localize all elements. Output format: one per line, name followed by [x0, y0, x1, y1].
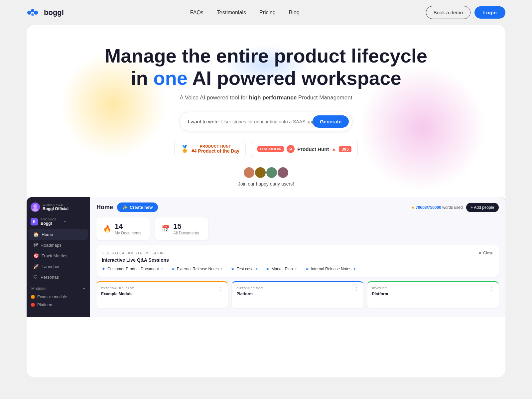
- card-feature: FEATURE ⋮ Platform: [367, 281, 499, 308]
- add-customer-doc-button[interactable]: +: [161, 267, 163, 271]
- close-icon: ✕: [478, 251, 482, 255]
- hero-subtitle: A Voice AI powered tool for high perform…: [40, 94, 492, 101]
- all-docs-label: All Documents: [173, 231, 199, 235]
- star-icon: ★: [305, 267, 309, 271]
- avatar-4: [277, 167, 289, 179]
- card-more-icon-0[interactable]: ⋮: [218, 286, 223, 292]
- ai-panel: GENERATE AI DOCS FROM FEATURE ✕ Close In…: [96, 245, 499, 277]
- svg-point-1: [31, 9, 34, 12]
- add-internal-release-button[interactable]: +: [353, 267, 356, 271]
- generate-input[interactable]: [221, 119, 313, 124]
- hero-headline: Manage the entire product lifecycle in o…: [40, 45, 492, 89]
- hero-section: Manage the entire product lifecycle in o…: [40, 45, 492, 187]
- avatars-row: [40, 167, 492, 179]
- stat-card-all-docs: 📅 15 All Documents: [155, 217, 208, 240]
- nav-pricing[interactable]: Pricing: [259, 10, 276, 15]
- badge2-name: Product Hunt: [297, 146, 329, 152]
- modules-header: Modules +: [27, 282, 90, 293]
- card-more-icon-2[interactable]: ⋮: [489, 286, 494, 292]
- add-external-doc-button[interactable]: +: [221, 267, 223, 271]
- home-icon: 🏠: [33, 232, 39, 237]
- card-more-icon-1[interactable]: ⋮: [354, 286, 359, 292]
- avatar-2: [254, 167, 266, 179]
- sidebar-item-roadmaps[interactable]: 🗺 Roadmaps: [29, 240, 88, 250]
- sidebar-nav: 🏠 Home 🗺 Roadmaps 🎯 Track Metrics 🚀 Laun…: [27, 229, 90, 282]
- star-icon: ★: [102, 267, 105, 271]
- app-topbar-left: Home ✨ Create new: [96, 202, 158, 212]
- stats-row: 🔥 14 My Documents 📅 15 All Documents: [96, 217, 499, 240]
- product-actions: ··· +: [59, 219, 66, 224]
- card-type-0: EXTERNAL RELEASE: [101, 287, 134, 290]
- ai-panel-title: Interactive Live Q&A Sessions: [102, 257, 493, 263]
- workspace-avatar: [31, 202, 40, 212]
- workspace-info: WORKSPACE Boggl Official: [27, 202, 90, 216]
- generate-button[interactable]: Generate: [313, 115, 349, 128]
- card-name-2: Platform: [372, 292, 494, 296]
- svg-point-0: [27, 11, 31, 15]
- sidebar-item-home[interactable]: 🏠 Home: [29, 229, 88, 240]
- nav-blog[interactable]: Blog: [289, 10, 300, 15]
- module-item-platform[interactable]: Platform: [27, 301, 90, 309]
- logo-icon: [27, 8, 41, 17]
- sidebar-item-track-metrics[interactable]: 🎯 Track Metrics: [29, 250, 88, 261]
- nav-faqs[interactable]: FAQs: [190, 10, 203, 15]
- module-item-example[interactable]: Example module: [27, 293, 90, 301]
- login-button[interactable]: Login: [474, 6, 505, 19]
- add-people-button[interactable]: + Add people: [466, 203, 499, 212]
- sparkle-icon: ✨: [122, 205, 128, 210]
- more-icon[interactable]: ···: [59, 219, 63, 224]
- add-icon[interactable]: +: [64, 219, 66, 224]
- book-demo-button[interactable]: Book a demo: [426, 6, 470, 19]
- star-icon: ★: [171, 267, 175, 271]
- app-topbar-right: ★ 78608/750000 words used + Add people: [411, 203, 499, 212]
- star-icon: ★: [266, 267, 270, 271]
- ai-doc-test-case: ★ Test case +: [231, 267, 258, 271]
- avatar-1: [243, 167, 255, 179]
- card-external-release: EXTERNAL RELEASE ⋮ Example Module: [96, 281, 228, 308]
- product-name: PRODUCT Boggl: [41, 218, 57, 226]
- all-docs-count: 15: [173, 222, 199, 231]
- card-type-2: FEATURE: [372, 287, 387, 290]
- stat-card-my-docs: 🔥 14 My Documents: [96, 217, 150, 240]
- sidebar-item-personas[interactable]: 🛡 Personas: [29, 272, 88, 282]
- nav-testimonials[interactable]: Testimonials: [217, 10, 246, 15]
- ph-logo: P: [287, 145, 295, 153]
- app-preview: WORKSPACE Boggl Official B PRODUCT Boggl…: [27, 197, 505, 317]
- ai-panel-label: GENERATE AI DOCS FROM FEATURE: [102, 251, 166, 255]
- card-name-0: Example Module: [101, 292, 223, 296]
- roadmaps-icon: 🗺: [33, 242, 38, 248]
- svg-point-2: [34, 11, 38, 15]
- sidebar-item-launcher[interactable]: 🚀 Launcher: [29, 261, 88, 272]
- create-new-button[interactable]: ✨ Create new: [117, 202, 158, 212]
- page-title: Home: [96, 204, 113, 211]
- nav-links: FAQs Testimonials Pricing Blog: [190, 10, 300, 16]
- avatar-3: [266, 167, 278, 179]
- personas-icon: 🛡: [33, 274, 38, 280]
- svg-point-5: [32, 208, 38, 211]
- badge2-count: 395: [339, 146, 351, 152]
- ai-doc-external-release: ★ External Release Notes +: [171, 267, 223, 271]
- module-dot-red: [31, 303, 35, 307]
- badge1-rank: #4 Product of the Day: [192, 148, 239, 154]
- add-market-plan-button[interactable]: +: [295, 267, 297, 271]
- words-used-count: 78608: [416, 205, 427, 210]
- ai-doc-list: ★ Customer Product Document + ★ External…: [102, 267, 493, 271]
- ai-doc-customer-product: ★ Customer Product Document +: [102, 267, 163, 271]
- ai-panel-close-button[interactable]: ✕ Close: [478, 251, 493, 255]
- card-type-1: CUSTOMER DOC: [236, 287, 263, 290]
- my-docs-label: My Documents: [115, 231, 141, 235]
- launcher-icon: 🚀: [33, 264, 39, 269]
- sidebar: WORKSPACE Boggl Official B PRODUCT Boggl…: [27, 197, 90, 317]
- star-icon: ★: [411, 205, 415, 210]
- product-avatar: B: [31, 218, 38, 225]
- calendar-icon: 📅: [162, 225, 170, 233]
- ai-panel-header: GENERATE AI DOCS FROM FEATURE ✕ Close: [102, 251, 493, 255]
- modules-add-icon[interactable]: +: [83, 286, 85, 291]
- track-metrics-icon: 🎯: [33, 253, 39, 258]
- badges-row: 🏅 PRODUCT HUNT #4 Product of the Day FEA…: [40, 141, 492, 157]
- workspace-text: WORKSPACE Boggl Official: [43, 203, 86, 211]
- flame-icon: 🔥: [103, 225, 111, 233]
- product-hunt-badge-1: 🏅 PRODUCT HUNT #4 Product of the Day: [174, 141, 246, 157]
- add-test-case-button[interactable]: +: [256, 267, 258, 271]
- words-used: ★ 78608/750000 words used: [411, 205, 463, 210]
